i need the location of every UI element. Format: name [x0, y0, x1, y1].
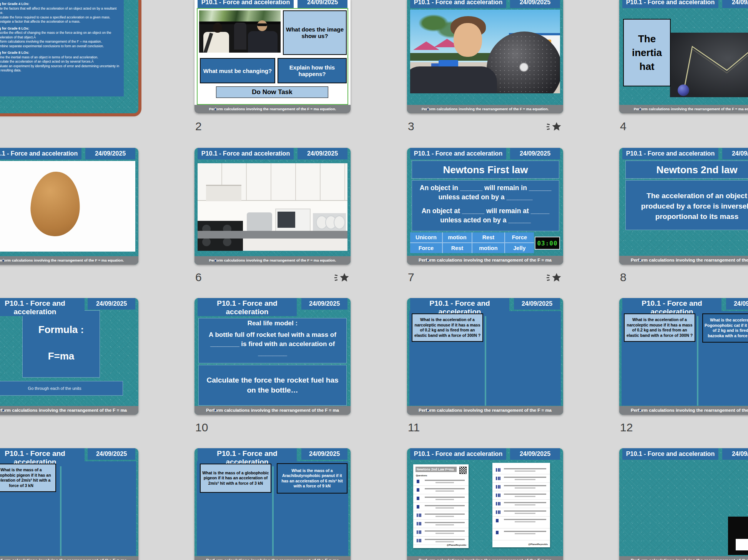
lo-group-title: Aiming for Grade 4 LOs:: [0, 2, 119, 7]
microwave: [275, 209, 311, 232]
calculate-task-box: Calculate the force the rocket fuel has …: [198, 365, 347, 406]
worksheet-question-rows: [413, 477, 469, 545]
qr-code-icon: [459, 467, 467, 474]
transition-star-icon: [546, 121, 562, 132]
slide-footer: Perform calculations involving the rearr…: [194, 256, 351, 265]
slide-12-thumbnail[interactable]: P10.1 - Force and acceleration 24/09/202…: [619, 298, 748, 415]
bullet-icon: [427, 259, 429, 261]
slide-header-date: 24/09/2025: [510, 148, 560, 159]
bullet-icon: [639, 409, 641, 411]
slide-number-10: 10: [195, 421, 208, 434]
bullet-icon: [214, 260, 216, 262]
car-interior-photo: [199, 10, 281, 53]
second-law-body: The acceleration of an object produced b…: [625, 180, 748, 230]
slide-header-date: 24/09/2025: [88, 448, 135, 460]
worksheet-title: Newtons 2nd Law F=ma: [416, 467, 457, 472]
slide-header-title: P10.1 - Force and acceleration: [198, 148, 294, 159]
slide-footer: Perform calculations involving the rearr…: [619, 105, 748, 113]
bullet-icon: [214, 108, 216, 110]
bullet-icon: [214, 409, 216, 411]
slide-number-12: 12: [620, 421, 633, 434]
slide-number-3: 3: [408, 120, 414, 133]
word-bank-cell: motion: [443, 232, 472, 242]
bullet-icon: [2, 409, 4, 411]
slide-header-title: P10.1 - Force and acceleration: [0, 298, 85, 316]
lo-item: Describe the effect of changing the mass…: [0, 31, 119, 40]
slide-footer: Perform calculations involving the rearr…: [407, 406, 563, 415]
slide-13-thumbnail[interactable]: P10.1 - Force and acceleration 24/09/202…: [0, 448, 138, 560]
slide-footer: Perform calculations involving the rearr…: [619, 256, 748, 265]
slide-4-thumbnail[interactable]: P10.1 - Force and acceleration 24/09/202…: [619, 0, 748, 113]
worksheet-questions-label: Questions: [416, 474, 427, 477]
slide-header-date: 24/09/2025: [510, 0, 560, 8]
lo-item: Perform calculations involving the rearr…: [0, 40, 119, 44]
slide-11-thumbnail[interactable]: P10.1 - Force and acceleration 24/09/202…: [407, 298, 563, 415]
slide-number-6: 6: [195, 271, 202, 284]
slide-number-11: 11: [408, 421, 420, 434]
slide-footer: Perform calculations involving the rearr…: [407, 556, 563, 560]
formula-text: F=ma: [23, 350, 100, 362]
slide-header-title: P10.1 - Force and acceleration: [622, 148, 718, 159]
first-law-title: Newtons First law: [412, 161, 559, 179]
slide-header-title: P10.1 - Force and acceleration: [198, 298, 297, 316]
bullet-icon: [427, 108, 429, 110]
slide-header-date: 24/09/2025: [85, 148, 135, 159]
lo-group-title: Aiming for Grade 6 LOs:: [0, 27, 119, 31]
egg-photo: [0, 161, 135, 252]
slide-10-thumbnail[interactable]: P10.1 - Force and acceleration 24/09/202…: [194, 298, 351, 415]
word-bank-cell: Rest: [443, 243, 472, 253]
transition-star-icon: [546, 272, 562, 283]
question-box-mouse: What is the acceleration of a narcolepti…: [624, 313, 695, 342]
slide-14-thumbnail[interactable]: P10.1 - Force and acceleration 24/09/202…: [194, 448, 351, 560]
dish-rack: [313, 213, 346, 231]
slide-header-date: 24/09/2025: [722, 148, 748, 159]
slide-6-thumbnail[interactable]: P10.1 - Force and acceleration 24/09/202…: [194, 148, 351, 265]
slide-9-thumbnail[interactable]: P10.1 - Force and acceleration 24/09/202…: [0, 298, 138, 415]
slide-2-thumbnail[interactable]: P10.1 - Force and acceleration 24/09/202…: [194, 0, 351, 113]
learning-objectives-box: Aiming for Grade 4 LOs: State the factor…: [0, 0, 124, 96]
slide-16-thumbnail[interactable]: P10.1 - Force and acceleration 24/09/202…: [619, 448, 748, 560]
transition-star-icon: [334, 272, 350, 283]
slide-5-thumbnail[interactable]: P10.1 - Force and acceleration 24/09/202…: [0, 148, 138, 265]
gap-sentence-2: An object at ______ will remain at _____…: [412, 206, 559, 225]
word-bank: Unicorn motion Rest Force Force Rest mot…: [410, 232, 534, 253]
lo-item: Investigate a factor that affects the ac…: [0, 20, 119, 24]
slide-footer: Perform calculations involving the rearr…: [0, 256, 138, 265]
question-box-peanut: What is the mass of a Arachibutyrophobic…: [277, 463, 347, 494]
lo-item: State the factors that will affect the a…: [0, 7, 119, 15]
kitchen-photo: [198, 163, 347, 251]
real-life-model-box: Real life model : A bottle full off rock…: [198, 318, 347, 363]
question-box-pigeon: What is the mass of a globophobic pigeon…: [200, 464, 271, 493]
formula-box: Formula : F=ma: [22, 310, 100, 378]
word-bank-cell: Jelly: [505, 243, 534, 253]
slide-header-title: P10.1 - Force and acceleration: [0, 148, 81, 159]
word-bank-cell: Rest: [472, 232, 504, 242]
inertia-hat-title-box: The inertia hat: [623, 19, 671, 86]
question-box-cat: What is the acceleration of a Pogonophob…: [702, 313, 748, 343]
bullet-icon: [639, 259, 641, 261]
slide-8-thumbnail[interactable]: P10.1 - Force and acceleration 24/09/202…: [619, 148, 748, 265]
slide-7-thumbnail[interactable]: P10.1 - Force and acceleration 24/09/202…: [407, 148, 563, 265]
person-face: [454, 23, 482, 57]
real-life-model-heading: Real life model :: [199, 318, 346, 327]
countdown-timer: 03:00: [535, 237, 560, 250]
qr-code-fragment: [728, 517, 748, 555]
slide-header-title: P10.1 - Force and acceleration: [410, 448, 506, 460]
slide-number-8: 8: [620, 271, 627, 284]
slide-footer: Perform calculations involving the rearr…: [619, 406, 748, 415]
bent-wire-illustration: [670, 33, 748, 97]
slide-3-thumbnail[interactable]: P10.1 - Force and acceleration 24/09/202…: [407, 0, 563, 113]
question-box-explain: Explain how this happens?: [278, 58, 347, 83]
slide-1-thumbnail[interactable]: Aiming for Grade 4 LOs: State the factor…: [0, 0, 138, 113]
word-bank-cell: Force: [410, 243, 442, 253]
slide-footer: Perform calculations involving the rearr…: [194, 105, 351, 113]
bullet-icon: [2, 260, 4, 262]
slide-header-date: 24/09/2025: [722, 448, 748, 460]
driver-figure: [248, 31, 277, 53]
second-law-title: Newtons 2nd law: [625, 161, 748, 179]
slide-15-thumbnail[interactable]: P10.1 - Force and acceleration 24/09/202…: [407, 448, 563, 560]
wire-hat-photo: [670, 33, 748, 97]
do-now-content: What does the image show us? What must b…: [197, 8, 348, 105]
do-now-task-banner: Do Now Task: [216, 86, 328, 98]
bullet-icon: [639, 108, 641, 110]
